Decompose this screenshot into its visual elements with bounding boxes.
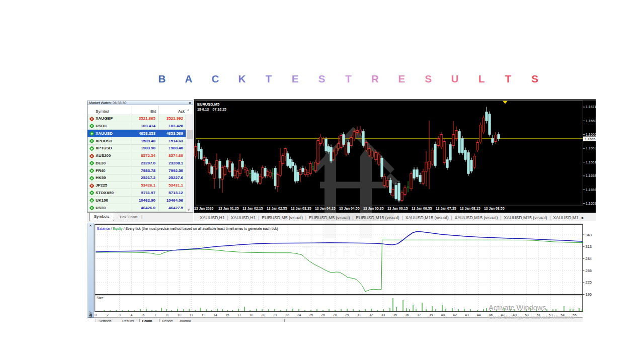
svg-text:31: 31	[357, 313, 361, 317]
svg-text:1.1661: 1.1661	[586, 160, 596, 163]
svg-text:13 Jan 02:15: 13 Jan 02:15	[243, 207, 263, 210]
svg-text:Size: Size	[97, 296, 104, 300]
svg-text:284: 284	[586, 256, 592, 261]
svg-text:255: 255	[586, 268, 592, 273]
svg-text:2: 2	[107, 313, 109, 317]
svg-text:18-6.13 07:16:25: 18-6.13 07:16:25	[197, 107, 226, 111]
svg-text:11: 11	[190, 313, 193, 317]
svg-text:1.1663: 1.1663	[586, 146, 596, 150]
svg-text:24: 24	[297, 313, 301, 317]
svg-text:6: 6	[142, 313, 144, 317]
svg-text:1.1671: 1.1671	[586, 105, 596, 109]
svg-text:37: 37	[417, 313, 421, 317]
svg-text:39: 39	[429, 313, 433, 317]
svg-text:13 Jan 08:15: 13 Jan 08:15	[460, 207, 480, 210]
svg-text:1.1656: 1.1656	[586, 188, 596, 191]
svg-text:22: 22	[285, 313, 289, 317]
svg-text:13 Jan 06:15: 13 Jan 06:15	[387, 207, 408, 210]
svg-text:Balance / Equity / Every tick: Balance / Equity / Every tick (the most …	[97, 227, 278, 231]
svg-text:43: 43	[465, 313, 469, 317]
svg-text:10: 10	[178, 313, 182, 317]
svg-text:1.1653: 1.1653	[586, 202, 596, 205]
svg-text:8: 8	[167, 313, 169, 317]
svg-text:13 Jan 02:55: 13 Jan 02:55	[267, 207, 287, 210]
svg-text:29: 29	[345, 313, 349, 317]
svg-text:225: 225	[586, 280, 592, 285]
svg-text:15: 15	[225, 313, 229, 317]
svg-text:1.1665: 1.1665	[585, 137, 596, 141]
svg-text:13 Jan 08:55: 13 Jan 08:55	[484, 207, 505, 210]
svg-text:36: 36	[405, 313, 409, 317]
svg-text:EURUSD,M5: EURUSD,M5	[197, 102, 219, 106]
svg-text:21: 21	[273, 313, 277, 317]
svg-text:313: 313	[586, 244, 592, 249]
svg-text:17: 17	[237, 313, 242, 317]
svg-text:1.1658: 1.1658	[586, 174, 596, 177]
svg-text:28: 28	[333, 313, 337, 317]
svg-text:20: 20	[261, 313, 265, 317]
svg-text:343: 343	[586, 233, 592, 237]
svg-text:13 Jan 05:35: 13 Jan 05:35	[363, 207, 384, 210]
svg-text:18: 18	[250, 313, 254, 317]
svg-text:13 Jan 01:35: 13 Jan 01:35	[218, 207, 239, 210]
svg-text:13 Jan 2026: 13 Jan 2026	[194, 207, 213, 210]
svg-text:13 Jan 04:55: 13 Jan 04:55	[339, 207, 360, 210]
svg-text:40: 40	[441, 313, 445, 317]
svg-text:33: 33	[381, 313, 385, 317]
svg-text:42: 42	[453, 313, 457, 317]
svg-text:1.1668: 1.1668	[586, 119, 596, 122]
svg-text:13 Jan 06:55: 13 Jan 06:55	[412, 207, 432, 210]
svg-text:44: 44	[477, 313, 481, 317]
svg-text:4: 4	[130, 313, 132, 317]
svg-text:TOPFOREX: TOPFOREX	[302, 243, 409, 259]
svg-text:7: 7	[154, 313, 156, 317]
svg-text:3: 3	[119, 313, 121, 317]
svg-text:1.1666: 1.1666	[586, 133, 596, 136]
svg-text:0: 0	[95, 313, 97, 317]
svg-text:35: 35	[393, 313, 397, 317]
svg-text:13 Jan 03:35: 13 Jan 03:35	[291, 207, 311, 210]
svg-text:196: 196	[586, 292, 592, 297]
svg-text:14: 14	[213, 313, 217, 317]
svg-text:25: 25	[309, 313, 313, 317]
svg-text:13 Jan 04:15: 13 Jan 04:15	[315, 207, 336, 210]
svg-text:13 Jan 07:35: 13 Jan 07:35	[436, 207, 456, 210]
svg-text:13: 13	[201, 313, 205, 317]
svg-text:26: 26	[321, 313, 325, 317]
svg-text:32: 32	[369, 313, 373, 317]
